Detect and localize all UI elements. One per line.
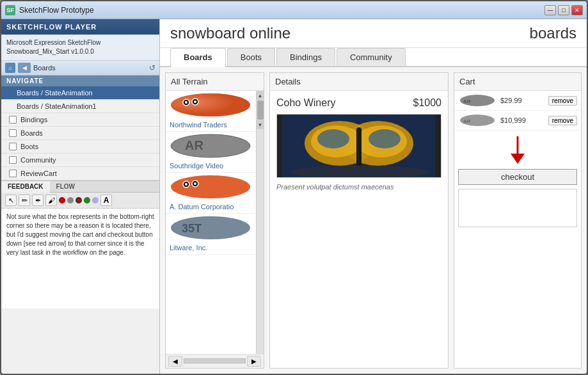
pen-tool[interactable]: ✒ (32, 195, 44, 206)
scroll-left-button[interactable]: ◀ (168, 356, 182, 367)
cart-item-1: AR $29.99 remove (454, 91, 581, 111)
details-col: Details Coho Winery $1000 (269, 72, 449, 369)
color-red[interactable] (59, 197, 65, 203)
svg-text:AR: AR (185, 138, 203, 152)
cart-item-2: AR $10,999 remove (454, 111, 581, 131)
terrain-img-adatum (166, 173, 256, 202)
terrain-hscroll: ◀ ▶ (166, 354, 264, 368)
nav-item-bindings[interactable]: Bindings (1, 113, 159, 127)
tab-feedback[interactable]: FEEDBACK (1, 181, 50, 193)
terrain-list-wrapper: Northwind Traders AR (166, 91, 264, 354)
svg-point-9 (171, 175, 250, 198)
terrain-item-litware[interactable]: 35T Litware, Inc. (166, 214, 256, 255)
cart-item-img-2: AR (458, 113, 497, 127)
cursor-tool[interactable]: ↖ (5, 195, 17, 206)
scroll-right-button[interactable]: ▶ (247, 356, 261, 367)
content-area: snowboard online boards Boards Boots Bin… (160, 19, 587, 374)
paint-tool[interactable]: 🖌 (45, 195, 57, 206)
color-gray[interactable] (67, 197, 74, 203)
nav-item-community[interactable]: Community (1, 154, 159, 167)
terrain-list: Northwind Traders AR (166, 91, 256, 354)
sketchflow-header: SKETCHFLOW PLAYER (1, 19, 159, 35)
terrain-item-southridge[interactable]: AR Southridge Video (166, 132, 256, 173)
maximize-button[interactable]: □ (558, 5, 569, 15)
three-col-layout: All Terrain (160, 67, 587, 374)
tab-flow[interactable]: FLOW (50, 181, 81, 192)
back-button[interactable]: ◀ (18, 63, 31, 73)
nav-item-boots[interactable]: Boots (1, 140, 159, 154)
product-description: Praesent volutpat dictumst maecenas (276, 183, 441, 191)
pencil-tool[interactable]: ✏ (19, 195, 30, 206)
remove-button-2[interactable]: remove (548, 116, 577, 125)
board-svg-orange1 (166, 91, 255, 119)
nav-tabs: Boards Boots Bindings Community (160, 48, 587, 67)
home-button[interactable]: ⌂ (5, 63, 15, 73)
feedback-section: FEEDBACK FLOW ↖ ✏ ✒ 🖌 A Not sure what th… (1, 180, 159, 308)
tab-bindings[interactable]: Bindings (276, 48, 335, 66)
svg-point-22 (369, 129, 401, 148)
terrain-label-southridge: Southridge Video (166, 161, 256, 172)
app-section: boards (530, 24, 576, 42)
terrain-label-adatum: A. Datum Corporatio (166, 202, 256, 213)
sidebar: SKETCHFLOW PLAYER Microsoft Expression S… (1, 19, 160, 374)
nav-icon-community (9, 156, 17, 164)
details-content: Coho Winery $1000 (270, 91, 448, 197)
feedback-toolbar: ↖ ✏ ✒ 🖌 A (1, 193, 159, 209)
color-blue[interactable] (92, 197, 99, 203)
terrain-label-litware: Litware, Inc. (166, 243, 256, 254)
breadcrumb-text: Boards (33, 64, 147, 72)
cart-col: Cart AR $29.99 remove (454, 72, 582, 369)
tab-boots[interactable]: Boots (227, 48, 275, 66)
nav-item-boards-state1[interactable]: Boards / StateAnimation1 (1, 100, 159, 113)
nav-icon-boots (9, 143, 17, 150)
terrain-item-northwind[interactable]: Northwind Traders (166, 91, 256, 132)
svg-point-1 (171, 93, 250, 116)
title-bar: SF SketchFlow Prototype — □ ✕ (1, 1, 587, 19)
nav-item-reviewcart[interactable]: ReviewCart (1, 167, 159, 180)
board-svg-orange2 (166, 173, 255, 201)
all-terrain-col: All Terrain (165, 72, 264, 369)
minimize-button[interactable]: — (544, 5, 556, 15)
window-controls: — □ ✕ (544, 5, 583, 15)
hscroll-track[interactable] (184, 358, 246, 363)
breadcrumb-bar: ⌂ ◀ Boards ↺ (1, 61, 159, 76)
cart-item-price-2: $10,999 (500, 116, 544, 124)
color-green[interactable] (84, 197, 90, 203)
main-area: SKETCHFLOW PLAYER Microsoft Expression S… (1, 19, 587, 374)
scroll-up-button[interactable]: ▲ (257, 91, 264, 100)
svg-point-4 (185, 101, 187, 104)
svg-point-12 (185, 183, 187, 186)
nav-item-boards[interactable]: Boards (1, 127, 159, 140)
refresh-button[interactable]: ↺ (149, 63, 155, 72)
scroll-down-button[interactable]: ▼ (257, 120, 264, 129)
all-terrain-header: All Terrain (166, 73, 264, 91)
text-tool[interactable]: A (100, 195, 112, 206)
color-red-selected[interactable] (75, 197, 82, 203)
svg-marker-30 (511, 154, 525, 164)
product-image-svg (277, 115, 441, 178)
cart-board-svg-1: AR (458, 93, 497, 108)
details-name-row: Coho Winery $1000 (276, 97, 441, 109)
feedback-text: Not sure what the box represents in the … (1, 209, 159, 308)
scroll-thumb[interactable] (257, 100, 264, 120)
nav-icon-reviewcart (9, 170, 17, 177)
checkout-button[interactable]: checkout (458, 169, 577, 185)
close-button[interactable]: ✕ (571, 5, 583, 15)
tab-boards[interactable]: Boards (170, 48, 226, 67)
svg-point-5 (194, 100, 196, 103)
terrain-img-litware: 35T (166, 214, 256, 243)
product-name: Coho Winery (276, 97, 335, 109)
remove-button-1[interactable]: remove (548, 96, 577, 106)
terrain-item-adatum[interactable]: A. Datum Corporatio (166, 173, 256, 214)
svg-rect-23 (356, 127, 362, 166)
svg-point-13 (194, 182, 196, 185)
board-svg-gray1: AR (166, 132, 255, 160)
navigate-header: NAVIGATE (1, 76, 159, 86)
cart-header: Cart (454, 73, 581, 91)
nav-item-boards-state[interactable]: Boards / StateAnimation (1, 86, 159, 100)
sketchflow-info: Microsoft Expression SketchFlow Snowboar… (1, 35, 159, 61)
tab-community[interactable]: Community (337, 48, 406, 66)
terrain-scrollbar: ▲ ▼ (256, 91, 264, 354)
product-image (276, 114, 441, 178)
terrain-label-northwind: Northwind Traders (166, 120, 256, 131)
